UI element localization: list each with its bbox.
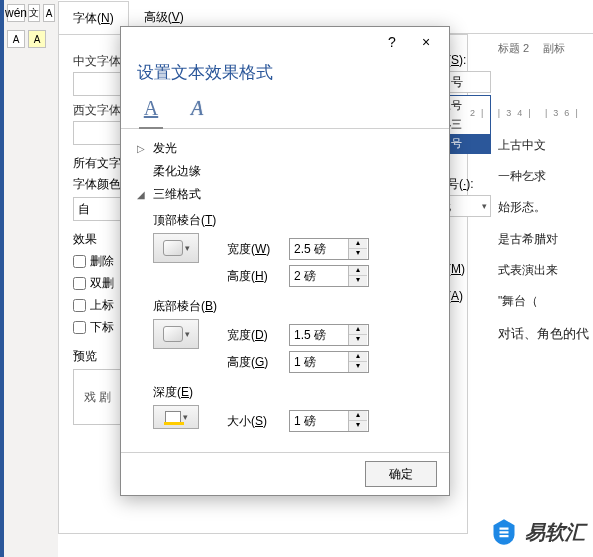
depth-size-spinner[interactable]: ▴▾ [289,410,369,432]
top-bevel-picker[interactable]: ▾ [153,233,199,263]
doc-line: 是古希腊对 [498,224,590,255]
spin-down-icon[interactable]: ▾ [349,362,367,372]
depth-label: 深度(E) [153,384,433,401]
style-name-2: 副标 [543,41,565,56]
dialog-titlebar: ? × [121,27,449,57]
top-width-spinner[interactable]: ▴▾ [289,238,369,260]
svg-rect-0 [500,528,509,530]
bottom-height-spinner[interactable]: ▴▾ [289,351,369,373]
text-fill-outline-tab[interactable]: A [137,94,165,122]
doc-line: 一种乞求 [498,161,590,192]
tree-soft-edges[interactable]: 柔化边缘 [137,160,433,183]
dialog-title: 设置文本效果格式 [121,57,449,94]
spin-down-icon[interactable]: ▾ [349,421,367,431]
watermark-brand: 易软汇 [489,517,585,547]
group-top-bevel: 顶部棱台(T) ▾ 宽度(W) ▴▾ 高度(H) ▴▾ [153,212,433,292]
brand-text: 易软汇 [525,519,585,546]
ribbon-left-edge: wén 文 A A A [0,0,58,557]
bottom-width-input[interactable] [290,325,348,345]
ribbon-btn-hl[interactable]: A [28,30,46,48]
svg-rect-1 [500,531,509,533]
doc-line: 始形态。 [498,192,590,223]
top-bevel-label: 顶部棱台(T) [153,212,433,229]
style-name-1: 标题 2 [498,41,529,56]
text-effects-tab[interactable]: A [183,94,211,122]
doc-line: 对话、角色的代 [498,317,590,351]
spin-down-icon[interactable]: ▾ [349,276,367,286]
dialog-footer: 确定 [121,452,449,495]
tree-3d-format[interactable]: ◢三维格式 [137,183,433,206]
font-color-label: 字体颜色 [73,176,121,193]
ribbon-btn-a2[interactable]: A [7,30,25,48]
depth-size-label: 大小(S) [227,413,283,430]
top-width-label: 宽度(W) [227,241,283,258]
bottom-height-label: 高度(G) [227,354,283,371]
tab-font[interactable]: 字体(N) [58,1,129,34]
depth-color-picker[interactable]: ▾ [153,405,199,429]
svg-rect-2 [500,535,509,537]
bottom-bevel-picker[interactable]: ▾ [153,319,199,349]
doc-line: 式表演出来 [498,255,590,286]
ok-button[interactable]: 确定 [365,461,437,487]
close-button[interactable]: × [409,30,443,54]
depth-size-input[interactable] [290,411,348,431]
dialog-category-tabs: A A [121,94,449,129]
top-height-spinner[interactable]: ▴▾ [289,265,369,287]
help-button[interactable]: ? [375,30,409,54]
group-bottom-bevel: 底部棱台(B) ▾ 宽度(D) ▴▾ 高度(G) ▴▾ [153,298,433,378]
bottom-width-label: 宽度(D) [227,327,283,344]
top-height-input[interactable] [290,266,348,286]
bottom-height-input[interactable] [290,352,348,372]
paint-bucket-icon [165,411,181,423]
top-width-input[interactable] [290,239,348,259]
doc-line: 上古中文 [498,130,590,161]
group-depth: 深度(E) ▾ 大小(S) ▴▾ [153,384,433,437]
bottom-width-spinner[interactable]: ▴▾ [289,324,369,346]
ribbon-btn-wen[interactable]: wén [7,4,25,22]
ribbon-btn-a[interactable]: A [43,4,55,22]
brand-icon [489,517,519,547]
spin-down-icon[interactable]: ▾ [349,335,367,345]
ribbon-btn-char[interactable]: 文 [28,4,40,22]
document-text: 上古中文 一种乞求 始形态。 是古希腊对 式表演出来 "舞台（ 对话、角色的代 [498,100,590,351]
top-height-label: 高度(H) [227,268,283,285]
spin-down-icon[interactable]: ▾ [349,249,367,259]
doc-line: "舞台（ [498,286,590,317]
tree-glow[interactable]: ▷发光 [137,137,433,160]
text-effects-dialog: ? × 设置文本效果格式 A A ▷发光 柔化边缘 ◢三维格式 顶部棱台(T) … [120,26,450,496]
bottom-bevel-label: 底部棱台(B) [153,298,433,315]
